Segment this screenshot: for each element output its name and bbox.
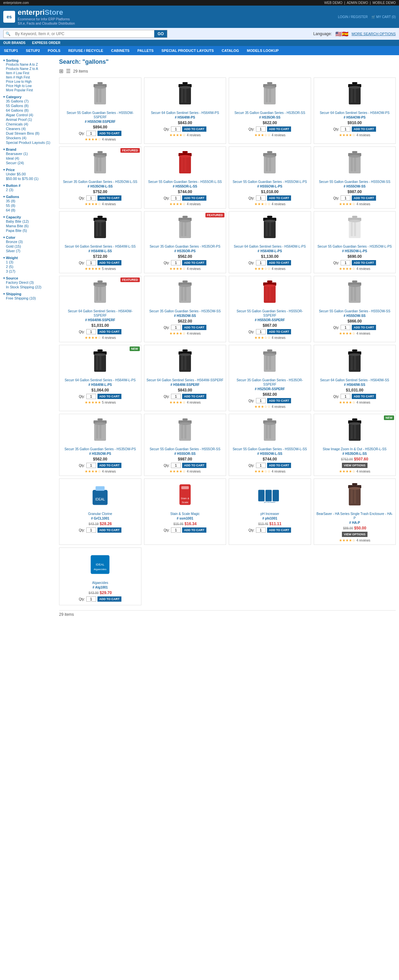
add-to-cart-button[interactable]: ADD TO CART [352,126,376,132]
product-name[interactable]: Securr 35 Gallon Guardian Series - HS35O… [146,309,224,313]
weight-2[interactable]: 2 (5) [3,264,56,269]
cart-link[interactable]: MY CART (0) [376,15,396,19]
qty-input[interactable] [171,463,181,468]
product-name[interactable]: Securr 64 Gallon Sentinel Series - HS640… [316,378,394,382]
gallons-35[interactable]: 35 (8) [3,199,56,203]
add-to-cart-button[interactable]: ADD TO CART [182,394,206,399]
cat-cleaners[interactable]: Cleaners (4) [3,126,56,131]
brand-securr[interactable]: Securr (24) [3,161,56,165]
sort-price-high[interactable]: Price High to Low [3,84,56,88]
brand-ideal[interactable]: Ideal (4) [3,156,56,161]
add-to-cart-button[interactable]: ADD TO CART [97,329,122,334]
add-to-cart-button[interactable]: ADD TO CART [97,260,122,266]
qty-input[interactable] [86,131,96,136]
qty-input[interactable] [340,325,350,330]
qty-input[interactable] [86,329,96,334]
more-search-link[interactable]: MORE SEARCH OPTIONS [352,32,396,36]
color-silver[interactable]: Silver (7) [3,248,56,253]
source-title[interactable]: Source [3,276,56,280]
add-to-cart-button[interactable]: ADD TO CART [352,394,376,399]
qty-input[interactable] [256,260,266,266]
product-name[interactable]: Securr 55 Gallon Guardian Series - HS55O… [231,447,309,451]
qty-input[interactable] [340,260,350,266]
product-name[interactable]: Securr 64 Gallon Sentinel Series - HS64I… [146,111,224,115]
color-gold[interactable]: Gold (15) [3,244,56,248]
language-flag[interactable]: 🇺🇸🇪🇸 [335,31,348,37]
add-to-cart-button[interactable]: ADD TO CART [267,463,291,468]
nav-item-setup2[interactable]: SETUP2 [22,46,44,55]
product-name[interactable]: Securr 55 Gallon Guardian Series - HS35O… [316,244,394,248]
nav-item-catalog[interactable]: CATALOG [218,46,243,55]
list-view-icon[interactable]: ☰ [66,68,71,74]
grid-view-icon[interactable]: ⊞ [59,68,63,74]
qty-input[interactable] [256,398,266,403]
product-name[interactable]: Securr 64 Gallon Sentinel Series - HS64I… [146,378,224,382]
nav-item-refuse[interactable]: REFUSE / RECYCLE [64,46,107,55]
qty-input[interactable] [171,196,181,200]
add-to-cart-button[interactable]: ADD TO CART [182,325,206,330]
price-50-75[interactable]: $50.00 to $75.00 (1) [3,177,56,181]
capacity-title[interactable]: Capacity [3,215,56,219]
product-name[interactable]: Securr 55 Gallon Guardian Series - HS55O… [231,309,309,318]
cat-chemicals[interactable]: Chemicals (4) [3,122,56,126]
qty-input[interactable] [256,527,266,533]
cap-papa[interactable]: Papa Bite (5) [3,228,56,233]
add-to-cart-button[interactable]: ADD TO CART [182,196,206,200]
cat-55gal[interactable]: 55 Gallons (8) [3,103,56,108]
qty-input[interactable] [340,126,350,132]
qty-input[interactable] [86,597,96,602]
gallons-title[interactable]: Gallons [3,195,56,199]
nav-item-cabinets[interactable]: CABINETS [107,46,133,55]
qty-input[interactable] [256,329,266,334]
product-name[interactable]: Securr 35 Gallon Guardian Series - HS35O… [231,111,309,115]
qty-input[interactable] [256,126,266,132]
gallons-64[interactable]: 64 (8) [3,208,56,213]
brand-bearsaver[interactable]: Bearsaver (1) [3,151,56,156]
add-to-cart-button[interactable]: ADD TO CART [352,325,376,330]
product-name[interactable]: Algaecides [61,581,139,585]
search-button[interactable]: GO [154,30,167,37]
add-to-cart-button[interactable]: ADD TO CART [182,527,206,533]
add-to-cart-button[interactable]: ADD TO CART [97,394,122,399]
price-title[interactable]: Price [3,168,56,172]
nav-item-setup1[interactable]: SETUP1 [0,46,22,55]
nav-item-special[interactable]: SPECIAL PRODUCT LAYOUTS [157,46,218,55]
nav-item-pools[interactable]: POOLS [44,46,65,55]
sort-item-high[interactable]: Item # High First [3,75,56,80]
sorting-title[interactable]: Sorting [3,59,56,62]
product-name[interactable]: pH Increaser [231,512,309,516]
product-name[interactable]: Slow Image Zoom In & Out - HS35OR-L-SS [316,447,394,451]
cap-baby[interactable]: Baby Bite (12) [3,219,56,224]
add-to-cart-button[interactable]: ADD TO CART [182,260,206,266]
shipping-free[interactable]: Free Shipping (10) [3,296,56,301]
category-title[interactable]: Category [3,95,56,99]
sort-popular[interactable]: More Popular First [3,88,56,92]
nav-item-pallets[interactable]: PALLETS [133,46,157,55]
qty-input[interactable] [171,325,181,330]
view-options-button[interactable]: VIEW OPTIONS [342,532,367,537]
product-name[interactable]: Securr 35 Gallon Guardian Series - HS35O… [61,447,139,451]
product-name[interactable]: Granular Clorine [61,512,139,516]
qty-input[interactable] [340,394,350,399]
product-name[interactable]: Securr 35 Gallon Guardian Series - HS35O… [146,244,224,248]
product-name[interactable]: Securr 64 Gallon Sentinel Series - HS64I… [61,244,139,248]
product-name[interactable]: Securr 55 Gallon Guardian Series - HS55O… [316,309,394,313]
qty-input[interactable] [171,394,181,399]
weight-title[interactable]: Weight [3,256,56,260]
cat-64gal[interactable]: 64 Gallons (8) [3,108,56,113]
price-under5[interactable]: Under $5.00 [3,172,56,177]
add-to-cart-button[interactable]: ADD TO CART [267,260,291,266]
qty-input[interactable] [171,126,181,132]
product-name[interactable]: Securr 35 Gallon Guardian Series - HS35O… [231,378,309,387]
cat-shockers[interactable]: Shockers (4) [3,136,56,140]
qty-input[interactable] [171,260,181,266]
product-name[interactable]: Securr 64 Gallon Sentinel Series - HS64I… [61,378,139,382]
product-name[interactable]: Securr 64 Gallon Sentinel Series - HS640… [231,244,309,248]
add-to-cart-button[interactable]: ADD TO CART [267,527,291,533]
product-name[interactable]: Securr 35 Gallon Guardian Series - HS35O… [61,180,139,184]
product-name[interactable]: Securr 55 Gallon Guardian Series - HS55O… [146,447,224,451]
brand-title[interactable]: Brand [3,148,56,151]
cat-dual[interactable]: Dual Stream Bins (8) [3,131,56,136]
add-to-cart-button[interactable]: ADD TO CART [97,463,122,468]
qty-input[interactable] [86,527,96,533]
